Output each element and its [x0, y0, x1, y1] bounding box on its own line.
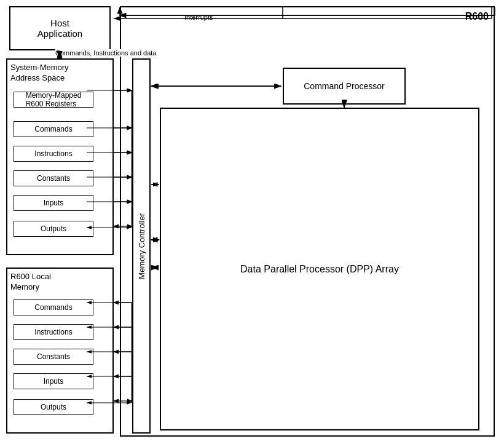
local-mem-item-commands: Commands — [14, 299, 93, 315]
dpp-array-label: Data Parallel Processor (DPP) Array — [240, 264, 399, 275]
cmd-processor-label: Command Processor — [304, 81, 385, 91]
r600-label: R600 — [465, 11, 489, 22]
sys-mem-item-constants: Constants — [14, 170, 93, 186]
host-app-label: HostApplication — [37, 18, 82, 39]
commands-data-label: Commands, Instructions and data — [55, 49, 156, 57]
interrupts-label: Interrupts — [184, 14, 213, 21]
sys-mem-section: System-MemoryAddress Space Memory-Mapped… — [6, 58, 114, 255]
sys-mem-item-commands: Commands — [14, 121, 93, 137]
sys-mem-item-instructions: Instructions — [14, 146, 93, 162]
local-mem-item-constants: Constants — [14, 349, 93, 365]
host-app-box: HostApplication — [9, 6, 111, 50]
mem-controller-label: Memory Controller — [137, 213, 146, 279]
sys-mem-item-registers: Memory-MappedR600 Registers — [14, 92, 93, 108]
sys-mem-title: System-MemoryAddress Space — [7, 60, 112, 84]
sys-mem-item-inputs: Inputs — [14, 195, 93, 211]
local-mem-title: R600 LocalMemory — [7, 269, 112, 293]
mem-controller-box: Memory Controller — [132, 58, 151, 434]
dpp-array-box: Data Parallel Processor (DPP) Array — [160, 108, 479, 430]
sys-mem-item-outputs: Outputs — [14, 221, 93, 237]
local-mem-item-instructions: Instructions — [14, 324, 93, 340]
local-mem-item-outputs: Outputs — [14, 399, 93, 415]
local-mem-item-inputs: Inputs — [14, 373, 93, 389]
cmd-processor-box: Command Processor — [283, 68, 406, 105]
local-mem-section: R600 LocalMemory Commands Instructions C… — [6, 268, 114, 434]
diagram-container: { "title": "R600 Architecture Diagram", … — [0, 0, 504, 444]
